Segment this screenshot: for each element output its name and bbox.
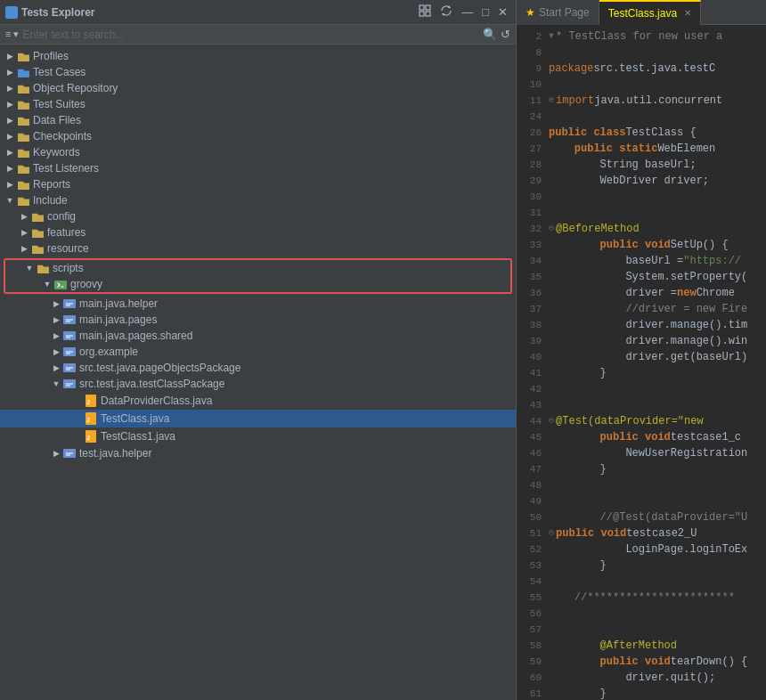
tree-toggle-scripts[interactable]: ▼	[23, 264, 36, 273]
tree-item-testsuites[interactable]: ▶ Test Suites	[0, 96, 516, 112]
collapse-2[interactable]: ▼	[549, 28, 554, 45]
collapse-all-button[interactable]	[416, 4, 434, 20]
code-content[interactable]: 2 ▼ * TestClass for new user a 8 9 packa…	[517, 25, 766, 700]
package-icon-src-test-pageobjects	[62, 362, 77, 374]
tree-item-dataprovider-java[interactable]: J DataProviderClass.java	[0, 392, 516, 410]
tree-item-checkpoints[interactable]: ▶ Checkpoints	[0, 128, 516, 144]
tree-toggle-objectrepo[interactable]: ▶	[4, 84, 16, 93]
code-line-9: 9 package src.test.java.testC	[524, 61, 766, 77]
tree-item-main-java-pages[interactable]: ▶ main.java.pages	[0, 312, 516, 328]
minimize-button[interactable]: —	[459, 4, 476, 20]
tree-item-groovy[interactable]: ▼ groovy	[5, 276, 510, 292]
search-input[interactable]	[22, 28, 479, 41]
tree-toggle-test-java-helper[interactable]: ▶	[50, 449, 62, 458]
code-line-36: 36 driver = new Chrome	[524, 285, 766, 301]
code-area: 2 ▼ * TestClass for new user a 8 9 packa…	[517, 25, 766, 700]
code-line-11: 11 ⊕ import java.util.concurrent	[524, 93, 766, 109]
folder-icon-config	[30, 211, 45, 223]
search-filter-dropdown[interactable]: ≡ ▾	[5, 28, 19, 40]
folder-icon-groovy	[53, 279, 68, 290]
tree-item-main-java-helper[interactable]: ▶ main.java.helper	[0, 296, 516, 312]
svg-rect-4	[54, 281, 67, 289]
tree-toggle-src-test-pageobjects[interactable]: ▶	[50, 363, 62, 372]
code-line-41: 41 }	[524, 365, 766, 381]
tree-item-profiles[interactable]: ▶ Profiles	[0, 48, 516, 64]
search-icon-group: 🔍 ↺	[483, 28, 510, 41]
tree-label-testclass-java: TestClass.java	[101, 412, 169, 425]
tab-star-icon: ★	[526, 6, 535, 19]
tree-item-resource[interactable]: ▶ resource	[0, 240, 516, 256]
folder-icon-profiles	[16, 51, 30, 62]
tree-toggle-reports[interactable]: ▶	[4, 180, 16, 189]
tree-item-scripts[interactable]: ▼ scripts	[5, 260, 510, 276]
tree-item-org-example[interactable]: ▶ org.example	[0, 344, 516, 360]
tree-item-objectrepo[interactable]: ▶ Object Repository	[0, 80, 516, 96]
tree-item-test-java-helper[interactable]: ▶ test.java.helper	[0, 445, 516, 461]
close-panel-button[interactable]: ✕	[495, 4, 510, 20]
collapse-11[interactable]: ⊕	[549, 93, 554, 109]
tab-label-start: Start Page	[539, 6, 590, 19]
tree-item-main-java-pages-shared[interactable]: ▶ main.java.pages.shared	[0, 328, 516, 344]
tree-toggle-src-test-testclass[interactable]: ▼	[50, 379, 62, 388]
tree-item-src-test-testclass[interactable]: ▼ src.test.java.testClassPackage	[0, 376, 516, 392]
tree-toggle-datafiles[interactable]: ▶	[4, 116, 16, 125]
tree-label-testcases: Test Cases	[33, 66, 86, 78]
tab-testclass-java[interactable]: TestClass.java ✕	[599, 0, 701, 25]
tree-toggle-checkpoints[interactable]: ▶	[4, 132, 16, 141]
tree-item-datafiles[interactable]: ▶ Data Files	[0, 112, 516, 128]
tree-item-testcases[interactable]: ▶ Test Cases	[0, 64, 516, 80]
tree-toggle-features[interactable]: ▶	[18, 228, 30, 237]
tree-toggle-include[interactable]: ▼	[4, 196, 16, 205]
tab-start-page[interactable]: ★ Start Page	[517, 0, 599, 25]
collapse-32[interactable]: ⊖	[549, 221, 554, 237]
tree-toggle-testsuites[interactable]: ▶	[4, 100, 16, 109]
tree-label-features: features	[47, 226, 86, 239]
tree-toggle-groovy[interactable]: ▼	[41, 280, 53, 289]
tree-toggle-config[interactable]: ▶	[18, 212, 30, 221]
tree-label-main-java-helper: main.java.helper	[79, 297, 158, 310]
tree-item-reports[interactable]: ▶ Reports	[0, 176, 516, 192]
collapse-44[interactable]: ⊖	[549, 413, 554, 429]
tab-close-testclass[interactable]: ✕	[684, 8, 691, 18]
code-line-58: 58 @AfterMethod	[524, 638, 766, 654]
tree-label-org-example: org.example	[79, 346, 138, 358]
code-line-33: 33 public void SetUp() {	[524, 237, 766, 253]
tree-label-config: config	[47, 210, 76, 223]
tree-toggle-main-java-helper[interactable]: ▶	[50, 299, 62, 308]
search-button[interactable]: 🔍	[483, 28, 497, 41]
tree-item-keywords[interactable]: ▶ Keywords	[0, 144, 516, 160]
tree-label-objectrepo: Object Repository	[33, 82, 118, 94]
code-line-35: 35 System.setProperty(	[524, 269, 766, 285]
code-line-39: 39 driver.manage().win	[524, 333, 766, 349]
tree-item-testlisteners[interactable]: ▶ Test Listeners	[0, 160, 516, 176]
tree-label-src-test-pageobjects: src.test.java.pageObjectsPackage	[79, 362, 240, 374]
tree-item-include[interactable]: ▼ Include	[0, 192, 516, 208]
tree-toggle-keywords[interactable]: ▶	[4, 148, 16, 157]
tree-item-testclass1-java[interactable]: J TestClass1.java	[0, 427, 516, 445]
tree-item-testclass-java[interactable]: J TestClass.java	[0, 410, 516, 427]
tree-toggle-testlisteners[interactable]: ▶	[4, 164, 16, 173]
tree-view: ▶ Profiles ▶ Test Cases ▶ Object Reposit…	[0, 45, 516, 700]
code-line-27: 27 public static WebElemen	[524, 141, 766, 157]
folder-icon-scripts	[36, 263, 50, 274]
tree-toggle-main-java-pages[interactable]: ▶	[50, 315, 62, 324]
tree-toggle-profiles[interactable]: ▶	[4, 52, 16, 61]
tree-item-config[interactable]: ▶ config	[0, 208, 516, 224]
collapse-51[interactable]: ⊖	[549, 525, 554, 541]
tree-label-src-test-testclass: src.test.java.testClassPackage	[79, 378, 224, 390]
tree-toggle-resource[interactable]: ▶	[18, 244, 30, 253]
package-icon-main-java-pages	[62, 314, 77, 326]
tree-item-src-test-pageobjects[interactable]: ▶ src.test.java.pageObjectsPackage	[0, 360, 516, 376]
search-refresh-button[interactable]: ↺	[501, 28, 510, 41]
tree-toggle-testcases[interactable]: ▶	[4, 68, 16, 77]
code-line-59: 59 public void tearDown() {	[524, 654, 766, 670]
svg-rect-0	[420, 5, 424, 10]
tree-toggle-main-java-pages-shared[interactable]: ▶	[50, 331, 62, 340]
tree-label-test-java-helper: test.java.helper	[79, 447, 151, 460]
maximize-button[interactable]: □	[479, 4, 492, 20]
tree-item-features[interactable]: ▶ features	[0, 224, 516, 240]
sync-button[interactable]	[437, 4, 455, 20]
code-line-54: 54	[524, 574, 766, 590]
tree-toggle-org-example[interactable]: ▶	[50, 347, 62, 356]
folder-icon-objectrepo	[16, 83, 30, 94]
